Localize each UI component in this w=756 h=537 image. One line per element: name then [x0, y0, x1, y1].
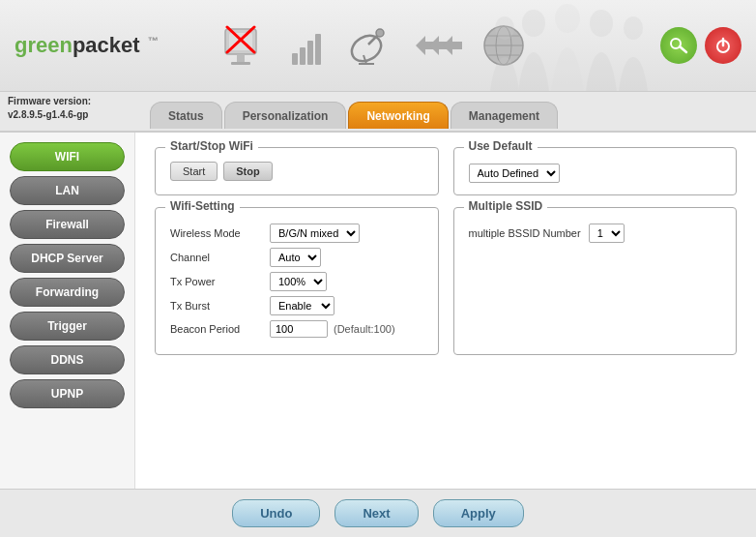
- top-row: Start/Stop WiFi Start Stop Use Default A…: [155, 147, 737, 207]
- svg-point-20: [522, 10, 545, 37]
- tab-networking[interactable]: Networking: [348, 102, 448, 129]
- sidebar: WIFI LAN Firewall DHCP Server Forwarding…: [0, 133, 135, 489]
- firmware-label: Firmware version:: [8, 95, 91, 108]
- wireless-mode-label: Wireless Mode: [170, 227, 262, 239]
- beacon-period-label: Beacon Period: [170, 323, 262, 335]
- logo-black: packet: [73, 33, 140, 57]
- use-default-group: Use Default Auto Defined Manual: [453, 147, 738, 195]
- svg-line-25: [680, 46, 686, 52]
- sidebar-item-wifi[interactable]: WIFI: [10, 142, 125, 171]
- svg-point-19: [495, 16, 514, 40]
- logo-trademark: ™: [148, 35, 159, 46]
- wireless-mode-select[interactable]: B/G/N mixed B only G only N only: [270, 224, 360, 243]
- logo: greenpacket ™: [15, 33, 159, 58]
- bar3: [307, 41, 313, 65]
- power-button[interactable]: [705, 27, 741, 64]
- main-layout: WIFI LAN Firewall DHCP Server Forwarding…: [0, 133, 756, 489]
- svg-rect-2: [237, 54, 245, 62]
- beacon-period-input[interactable]: [270, 320, 328, 338]
- tab-personalization[interactable]: Personalization: [224, 102, 347, 129]
- tx-power-value: 100% 75% 50% 25%: [270, 272, 327, 291]
- tab-status[interactable]: Status: [150, 102, 222, 129]
- multiple-ssid-group: Multiple SSID multiple BSSID Number 1 2 …: [453, 207, 738, 355]
- network-device-icon: [217, 19, 265, 73]
- arrows-icon: [414, 19, 462, 73]
- svg-point-21: [555, 4, 580, 33]
- apply-button[interactable]: Apply: [433, 499, 524, 527]
- sidebar-item-forwarding[interactable]: Forwarding: [10, 278, 125, 307]
- wireless-mode-value: B/G/N mixed B only G only N only: [270, 224, 360, 243]
- svg-marker-13: [443, 36, 462, 55]
- beacon-period-hint: (Default:100): [334, 323, 395, 335]
- logo-green: green: [15, 33, 73, 57]
- bar1: [292, 53, 298, 65]
- use-default-select[interactable]: Auto Defined Manual: [469, 164, 560, 183]
- tx-burst-value: Enable Disable: [270, 296, 334, 315]
- bssid-label: multiple BSSID Number: [469, 227, 581, 239]
- wireless-mode-row: Wireless Mode B/G/N mixed B only G only …: [170, 224, 423, 243]
- channel-value: Auto 123 456 789 1011: [270, 248, 321, 267]
- start-stop-wifi-group: Start/Stop WiFi Start Stop: [155, 147, 439, 195]
- svg-point-22: [590, 10, 613, 37]
- header-right: [660, 27, 741, 64]
- beacon-period-row: Beacon Period (Default:100): [170, 320, 423, 338]
- use-default-select-row: Auto Defined Manual: [469, 164, 722, 183]
- svg-point-23: [624, 16, 643, 40]
- footer-bar: Undo Next Apply: [0, 489, 756, 537]
- satellite-dish-icon: [348, 19, 396, 73]
- tx-burst-select[interactable]: Enable Disable: [270, 296, 334, 315]
- tx-power-label: Tx Power: [170, 276, 262, 287]
- wifi-setting-legend: Wifi-Setting: [165, 199, 240, 213]
- tx-burst-label: Tx Burst: [170, 300, 262, 312]
- signal-bars-icon: [282, 19, 331, 73]
- start-stop-row: Start Stop: [170, 162, 423, 181]
- svg-line-9: [363, 55, 366, 64]
- stop-button[interactable]: Stop: [223, 162, 272, 181]
- svg-rect-3: [231, 62, 250, 65]
- tx-power-row: Tx Power 100% 75% 50% 25%: [170, 272, 423, 291]
- tabs-bar: Status Personalization Networking Manage…: [0, 92, 756, 133]
- sidebar-item-firewall[interactable]: Firewall: [10, 210, 125, 239]
- channel-label: Channel: [170, 252, 262, 263]
- sidebar-item-trigger[interactable]: Trigger: [10, 312, 125, 341]
- bar4: [315, 34, 321, 65]
- beacon-period-value: (Default:100): [270, 320, 395, 338]
- multiple-ssid-row: multiple BSSID Number 1 2 3 4: [469, 224, 722, 243]
- tx-burst-row: Tx Burst Enable Disable: [170, 296, 423, 315]
- people-silhouette: [476, 0, 669, 91]
- multiple-ssid-legend: Multiple SSID: [464, 199, 548, 213]
- sidebar-item-upnp[interactable]: UPNP: [10, 379, 125, 408]
- undo-button[interactable]: Undo: [232, 499, 320, 527]
- next-button[interactable]: Next: [334, 499, 418, 527]
- start-button[interactable]: Start: [170, 162, 218, 181]
- firmware-version: v2.8.9.5-g1.4.6-gp: [8, 108, 91, 122]
- firmware-info: Firmware version: v2.8.9.5-g1.4.6-gp: [8, 95, 91, 122]
- sidebar-item-lan[interactable]: LAN: [10, 176, 125, 205]
- wifi-settings-table: Wireless Mode B/G/N mixed B only G only …: [170, 224, 423, 338]
- header: greenpacket ™: [0, 0, 756, 92]
- bssid-number-select[interactable]: 1 2 3 4: [589, 224, 625, 243]
- svg-point-8: [376, 29, 384, 37]
- start-stop-legend: Start/Stop WiFi: [165, 139, 258, 153]
- channel-row: Channel Auto 123 456 789 1011: [170, 248, 423, 267]
- tx-power-select[interactable]: 100% 75% 50% 25%: [270, 272, 327, 291]
- bar2: [300, 47, 305, 65]
- content-area: Start/Stop WiFi Start Stop Use Default A…: [135, 133, 756, 489]
- sidebar-item-ddns[interactable]: DDNS: [10, 345, 125, 374]
- bottom-row: Wifi-Setting Wireless Mode B/G/N mixed B…: [155, 207, 737, 367]
- wifi-setting-group: Wifi-Setting Wireless Mode B/G/N mixed B…: [155, 207, 439, 355]
- sidebar-item-dhcp-server[interactable]: DHCP Server: [10, 244, 125, 273]
- tab-management[interactable]: Management: [451, 102, 558, 129]
- use-default-legend: Use Default: [464, 139, 538, 153]
- channel-select[interactable]: Auto 123 456 789 1011: [270, 248, 321, 267]
